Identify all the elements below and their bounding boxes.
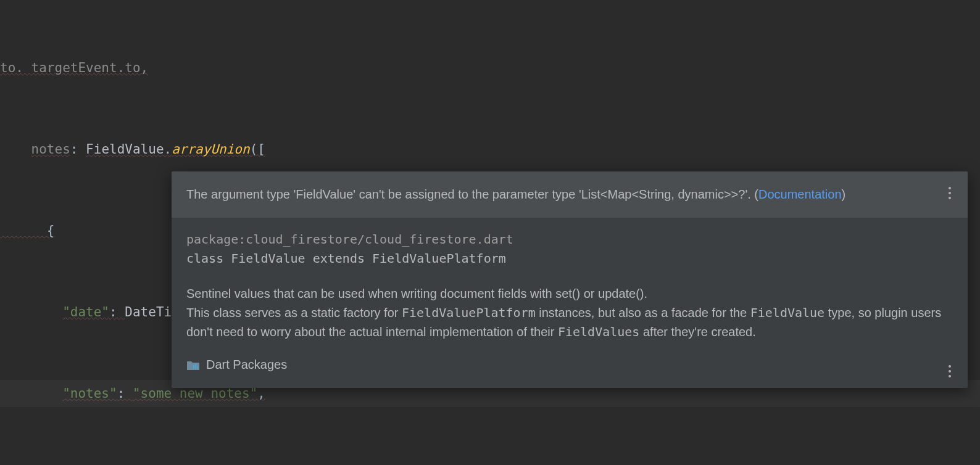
code-line: to. targetEvent.to, (0, 54, 980, 81)
svg-rect-1 (195, 364, 196, 369)
tooltip-error-section: The argument type 'FieldValue' can't be … (172, 171, 968, 218)
doc-description: Sentinel values that can be used when wr… (186, 284, 953, 342)
doc-source-row: Dart Packages (186, 355, 953, 374)
code-line: notes: FieldValue.arrayUnion([ (0, 136, 980, 163)
tooltip-doc-section: package:cloud_firestore/cloud_firestore.… (172, 218, 968, 388)
documentation-link[interactable]: Documentation (758, 187, 842, 201)
doc-source-label: Dart Packages (206, 355, 287, 374)
more-options-icon[interactable] (942, 363, 958, 379)
svg-rect-0 (193, 365, 194, 369)
package-path: package:cloud_firestore/cloud_firestore.… (186, 230, 953, 249)
code-line: "user": "some different user", (0, 461, 980, 465)
svg-rect-2 (197, 366, 198, 369)
error-message: The argument type 'FieldValue' can't be … (186, 187, 758, 201)
documentation-tooltip: The argument type 'FieldValue' can't be … (172, 171, 968, 388)
more-options-icon[interactable] (942, 185, 958, 201)
package-folder-icon (186, 360, 200, 371)
class-declaration: class FieldValue extends FieldValuePlatf… (186, 249, 953, 268)
